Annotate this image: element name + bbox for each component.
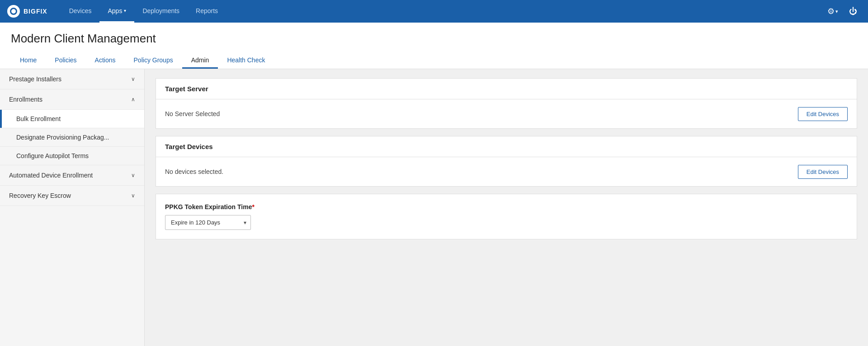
chevron-down-icon: ∨ <box>131 192 135 199</box>
target-server-status: No Server Selected <box>165 110 220 117</box>
tab-policy-groups[interactable]: Policy Groups <box>125 53 182 69</box>
tab-actions[interactable]: Actions <box>86 53 125 69</box>
brand-logo-inner <box>10 8 17 15</box>
target-devices-body: No devices selected. Edit Devices <box>156 157 857 186</box>
settings-button[interactable]: ⚙ ▾ <box>824 5 842 18</box>
settings-dropdown-arrow: ▾ <box>835 9 838 14</box>
ppkg-token-select[interactable]: Expire in 120 Days Expire in 60 Days Exp… <box>165 215 251 230</box>
tab-policies[interactable]: Policies <box>46 53 85 69</box>
sub-tabs: Home Policies Actions Policy Groups Admi… <box>11 53 857 69</box>
sidebar-sub-item-designate-provisioning[interactable]: Designate Provisioning Packag... <box>0 128 144 147</box>
power-button[interactable]: ⏻ <box>845 5 861 18</box>
ppkg-token-select-wrapper: Expire in 120 Days Expire in 60 Days Exp… <box>165 215 251 230</box>
chevron-up-icon: ∧ <box>131 96 135 103</box>
tab-home[interactable]: Home <box>11 53 46 69</box>
nav-right: ⚙ ▾ ⏻ <box>824 5 861 18</box>
sidebar-sub-item-bulk-enrollment[interactable]: Bulk Enrollment <box>0 110 144 128</box>
sidebar-item-automated-device-enrollment[interactable]: Automated Device Enrollment ∨ <box>0 165 144 186</box>
tab-admin[interactable]: Admin <box>182 53 218 69</box>
target-server-title: Target Server <box>156 79 857 99</box>
required-indicator: * <box>252 203 254 210</box>
main-layout: Prestage Installers ∨ Enrollments ∧ Bulk… <box>0 69 868 346</box>
target-server-edit-button[interactable]: Edit Devices <box>798 107 848 121</box>
target-devices-title: Target Devices <box>156 136 857 157</box>
target-devices-edit-button[interactable]: Edit Devices <box>798 165 848 179</box>
top-navigation: BIGFIX Devices Apps ▾ Deployments Report… <box>0 0 868 23</box>
target-server-body: No Server Selected Edit Devices <box>156 99 857 128</box>
sidebar: Prestage Installers ∨ Enrollments ∧ Bulk… <box>0 69 145 346</box>
sidebar-sub-item-configure-autopilot[interactable]: Configure Autopilot Terms <box>0 147 144 165</box>
nav-links: Devices Apps ▾ Deployments Reports <box>61 0 226 23</box>
target-devices-card: Target Devices No devices selected. Edit… <box>156 136 857 187</box>
brand-logo <box>7 5 20 18</box>
power-icon: ⏻ <box>849 7 857 16</box>
tab-health-check[interactable]: Health Check <box>218 53 274 69</box>
nav-link-deployments[interactable]: Deployments <box>134 0 188 23</box>
page-title: Modern Client Management <box>11 32 857 46</box>
nav-link-reports[interactable]: Reports <box>188 0 226 23</box>
sidebar-item-enrollments[interactable]: Enrollments ∧ <box>0 89 144 110</box>
page-header: Modern Client Management Home Policies A… <box>0 23 868 69</box>
chevron-down-icon: ∨ <box>131 76 135 82</box>
content-area: Target Server No Server Selected Edit De… <box>145 69 868 346</box>
sidebar-item-prestage-installers[interactable]: Prestage Installers ∨ <box>0 69 144 89</box>
apps-dropdown-arrow: ▾ <box>124 8 126 13</box>
nav-link-apps[interactable]: Apps ▾ <box>99 0 134 23</box>
ppkg-token-label: PPKG Token Expiration Time* <box>165 203 848 210</box>
chevron-down-icon: ∨ <box>131 172 135 178</box>
target-server-card: Target Server No Server Selected Edit De… <box>156 78 857 129</box>
gear-icon: ⚙ <box>827 6 835 16</box>
brand-name: BIGFIX <box>24 8 47 15</box>
brand-logo-area: BIGFIX <box>7 5 47 18</box>
ppkg-token-card: PPKG Token Expiration Time* Expire in 12… <box>156 194 857 239</box>
nav-link-devices[interactable]: Devices <box>61 0 100 23</box>
sidebar-item-recovery-key-escrow[interactable]: Recovery Key Escrow ∨ <box>0 186 144 206</box>
target-devices-status: No devices selected. <box>165 168 223 175</box>
